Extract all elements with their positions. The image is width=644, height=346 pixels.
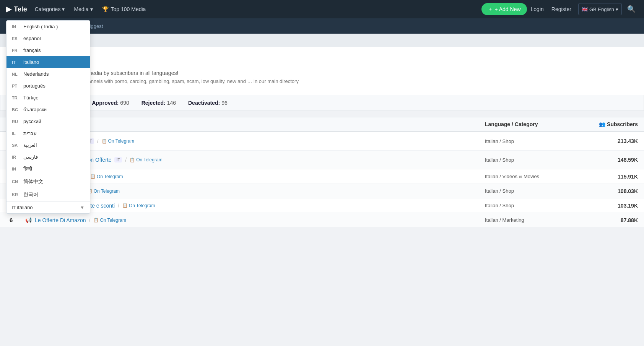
lang-footer[interactable]: IT italiano ▼ — [7, 201, 90, 213]
brand-icon: ▶ — [6, 5, 11, 13]
lang-name: עברית — [23, 130, 37, 136]
name-cell: 📢 Guide Informatica Offerte e sconti / 📋… — [25, 203, 485, 209]
lang-option-简体中文[interactable]: CN简体中文 — [7, 175, 90, 188]
lang-name: فارسی — [23, 154, 38, 160]
lang-code: TR — [12, 96, 20, 100]
nav-register-label: Register — [551, 6, 571, 12]
lang-code: BG — [12, 107, 20, 112]
nav-lang-selector[interactable]: 🇬🇧 GB English ▾ — [578, 3, 622, 15]
channel-name-link[interactable]: Le Offerte Di Amazon — [35, 217, 86, 223]
lang-name: български — [23, 107, 47, 112]
table-header: # Name Language / Category 👥 Subscribers — [0, 117, 644, 132]
lang-name: 한국어 — [23, 191, 38, 198]
lang-option-english-(-india-)[interactable]: INEnglish ( India ) — [7, 21, 90, 32]
on-telegram-label: On Telegram — [94, 188, 120, 194]
nav-categories-label: Categories — [35, 6, 61, 12]
stat-approved-value: 690 — [120, 100, 129, 106]
stat-approved: Approved: 690 — [92, 100, 129, 106]
subscribers-cell: 108.03K — [577, 188, 638, 194]
lang-code: ES — [12, 36, 20, 41]
lang-code: IR — [12, 155, 20, 159]
search-icon[interactable]: 🔍 — [625, 5, 638, 13]
name-cell: 📢 Sconti Amazon Italia IT / 📋 On Telegra… — [25, 138, 485, 144]
table-row: 1 📢 Sconti Amazon Italia IT / 📋 On Teleg… — [0, 132, 644, 151]
lang-code: IL — [12, 131, 20, 136]
lang-code: KR — [12, 192, 20, 197]
on-telegram-link[interactable]: 📋 On Telegram — [122, 203, 155, 208]
subscribers-cell: 213.43K — [577, 138, 638, 144]
channel-megaphone-icon: 📢 — [25, 217, 32, 223]
name-cell: 📢 Sconti Online Italia / 📋 On Telegram — [25, 188, 485, 194]
navbar: ▶ Tele INEnglish ( India )ESespañolFRfra… — [0, 0, 644, 18]
name-cell: 📢 MINIMO Storico Amazon Offerte IT / 📋 O… — [25, 157, 485, 163]
lang-option-български[interactable]: BGбългарски — [7, 104, 90, 115]
lang-category-cell: Italian / Shop — [485, 203, 577, 208]
on-telegram-link[interactable]: 📋 On Telegram — [130, 157, 162, 162]
telegram-icon: 📋 — [93, 218, 99, 223]
lang-code: FR — [12, 48, 20, 53]
lang-option-русский[interactable]: RUрусский — [7, 115, 90, 127]
stat-deactivated-value: 96 — [221, 100, 228, 106]
stat-deactivated-label: Deactivated: — [188, 100, 220, 106]
lang-option-italiano[interactable]: ITitaliano — [7, 56, 90, 68]
subscribers-cell: 87.88K — [577, 217, 638, 223]
lang-option-فارسی[interactable]: IRفارسی — [7, 151, 90, 163]
breadcrumb: 📍 Tele... › Biggest 100 Media — [0, 34, 644, 47]
telegram-icon: 📋 — [122, 203, 128, 208]
on-telegram-label: On Telegram — [136, 157, 162, 162]
lang-code: NL — [12, 72, 20, 76]
lang-name: français — [23, 47, 41, 53]
lang-option-türkçe[interactable]: TRTürkçe — [7, 92, 90, 104]
chevron-lang-icon: ▾ — [616, 6, 618, 12]
nav-register[interactable]: Register — [548, 6, 575, 12]
hero-note: Note that we don't include channels with… — [24, 78, 635, 84]
lang-name: Nederlands — [23, 71, 49, 77]
table-row: 6 📢 Le Offerte Di Amazon / 📋 On Telegram… — [0, 213, 644, 227]
lang-footer-name: italiano — [17, 205, 33, 210]
lang-code: IN — [12, 167, 20, 171]
nav-lang-label: GB English — [589, 6, 614, 12]
nav-login-label: Login — [531, 6, 544, 12]
lang-option-한국어[interactable]: KR한국어 — [7, 188, 90, 201]
col-lang-cat: Language / Category — [485, 121, 577, 127]
lang-code: IT — [12, 60, 20, 65]
stat-rejected-value: 146 — [167, 100, 176, 106]
nav-top100-label: Top 100 Media — [111, 6, 146, 12]
lang-footer-code: IT — [12, 205, 16, 210]
lang-category-cell: Italian / Marketing — [485, 217, 577, 223]
on-telegram-link[interactable]: 📋 On Telegram — [102, 138, 134, 144]
lang-option-português[interactable]: PTportuguês — [7, 80, 90, 92]
table-row: 3 📢 Streaming Italia IT / 📋 On Telegram … — [0, 169, 644, 184]
table-rows: 1 📢 Sconti Amazon Italia IT / 📋 On Teleg… — [0, 132, 644, 227]
subscribers-cell: 103.19K — [577, 203, 638, 209]
on-telegram-label: On Telegram — [100, 218, 126, 223]
lang-option-español[interactable]: ESespañol — [7, 32, 90, 44]
lang-option-עברית[interactable]: ILעברית — [7, 127, 90, 139]
on-telegram-link[interactable]: 📋 On Telegram — [90, 174, 123, 179]
nav-media[interactable]: Media ▾ — [69, 0, 97, 18]
lang-name: 简体中文 — [23, 178, 43, 185]
subscribers-cell: 115.91K — [577, 174, 638, 180]
lang-name: português — [23, 83, 46, 89]
nav-categories[interactable]: Categories ▾ — [30, 0, 70, 18]
on-telegram-link[interactable]: 📋 On Telegram — [87, 188, 120, 194]
lang-option-العربية[interactable]: SAالعربية — [7, 139, 90, 151]
nav-login[interactable]: Login — [527, 6, 548, 12]
subscribers-cell: 148.59K — [577, 157, 638, 163]
media-table: # Name Language / Category 👥 Subscribers… — [0, 117, 644, 227]
brand-logo[interactable]: ▶ Tele — [6, 5, 27, 13]
nav-media-label: Media — [74, 6, 88, 12]
lang-option-français[interactable]: FRfrançais — [7, 44, 90, 56]
lang-category-cell: Italian / Shop — [485, 138, 577, 144]
lang-name: español — [23, 36, 41, 41]
lang-option-nederlands[interactable]: NLNederlands — [7, 68, 90, 80]
hero-title: Top 100 Media! — [24, 56, 635, 66]
on-telegram-link[interactable]: 📋 On Telegram — [93, 218, 126, 223]
add-new-button[interactable]: ＋ + Add New — [481, 3, 527, 15]
add-new-label: + Add New — [494, 6, 520, 12]
lang-option-हिन्दी[interactable]: INहिन्दी — [7, 163, 90, 175]
lang-options-list: INEnglish ( India )ESespañolFRfrançaisIT… — [7, 21, 90, 201]
nav-top100[interactable]: 🏆 Top 100 Media — [98, 6, 151, 12]
lang-code: CN — [12, 179, 20, 184]
language-dropdown: INEnglish ( India )ESespañolFRfrançaisIT… — [6, 20, 90, 214]
